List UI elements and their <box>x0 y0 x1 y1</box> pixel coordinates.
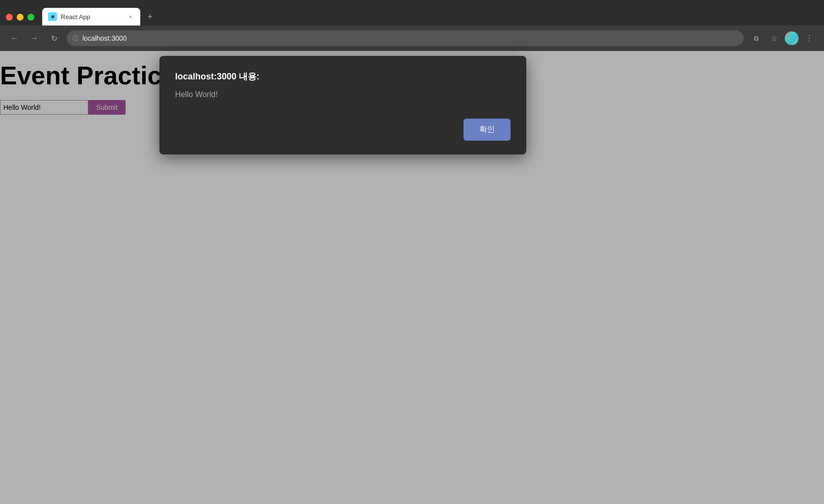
traffic-lights <box>6 14 34 25</box>
page-content: Event Practic Submit localhost:3000 내용: … <box>0 51 824 504</box>
toolbar-icons: G ☆ ⋮ <box>749 31 816 45</box>
security-icon: ⓘ <box>73 34 78 43</box>
address-bar: ← → ↻ ⓘ localhost:3000 G ☆ ⋮ <box>0 25 824 51</box>
alert-footer: 확인 <box>175 119 511 141</box>
reload-button[interactable]: ↻ <box>47 31 61 45</box>
tab-bar: ⚛ React App × + <box>0 0 824 25</box>
bookmark-icon[interactable]: ☆ <box>767 31 781 45</box>
close-window-button[interactable] <box>6 14 13 21</box>
alert-dialog: localhost:3000 내용: Hello World! 확인 <box>159 56 526 154</box>
url-bar[interactable]: ⓘ localhost:3000 <box>67 30 744 46</box>
menu-icon[interactable]: ⋮ <box>802 31 816 45</box>
tab-title: React App <box>61 13 123 21</box>
profile-avatar[interactable] <box>785 31 798 45</box>
new-tab-button[interactable]: + <box>142 10 158 25</box>
alert-message: Hello World! <box>175 90 511 99</box>
alert-ok-button[interactable]: 확인 <box>464 119 511 141</box>
active-tab[interactable]: ⚛ React App × <box>42 8 140 25</box>
back-button[interactable]: ← <box>8 31 22 45</box>
tab-close-button[interactable]: × <box>127 13 134 21</box>
forward-button[interactable]: → <box>27 31 41 45</box>
minimize-window-button[interactable] <box>17 14 24 21</box>
alert-overlay: localhost:3000 내용: Hello World! 확인 <box>0 51 824 504</box>
tab-favicon: ⚛ <box>48 12 57 21</box>
translate-icon[interactable]: G <box>749 31 763 45</box>
browser-chrome: ⚛ React App × + ← → ↻ ⓘ localhost:3000 G <box>0 0 824 51</box>
url-text: localhost:3000 <box>82 34 738 42</box>
alert-title: localhost:3000 내용: <box>175 71 511 82</box>
maximize-window-button[interactable] <box>27 14 34 21</box>
